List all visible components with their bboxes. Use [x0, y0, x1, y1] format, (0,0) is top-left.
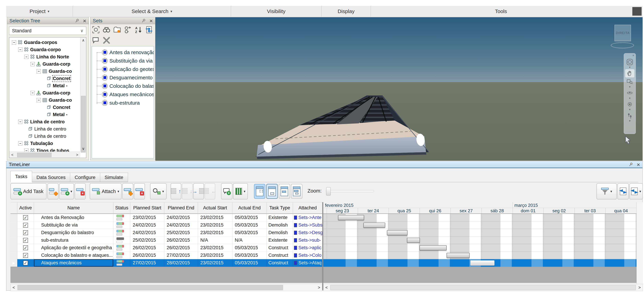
look-around-icon[interactable] — [625, 100, 634, 108]
scrollbar-thumb[interactable] — [17, 153, 52, 157]
active-checkbox[interactable]: ✓ — [23, 245, 28, 250]
export-options-button[interactable]: ▾ — [630, 183, 643, 199]
column-header-active[interactable]: Active — [17, 202, 34, 214]
scroll-left-icon[interactable]: < — [9, 153, 16, 157]
active-checkbox[interactable]: ✓ — [23, 223, 28, 228]
chevron-down-icon[interactable]: ▾ — [629, 86, 630, 89]
tree-node[interactable]: Linha de centro — [9, 125, 86, 132]
active-checkbox[interactable]: ✓ — [23, 260, 28, 265]
tree-node[interactable]: Metal - — [9, 111, 86, 118]
zoom-slider-thumb[interactable] — [326, 187, 331, 196]
tree-node[interactable]: −Linha do Norte — [9, 53, 86, 60]
delete-task-button[interactable]: × — [74, 183, 86, 199]
close-icon[interactable]: × — [83, 19, 86, 23]
list-item[interactable]: Colocação do balastro — [92, 82, 154, 90]
list-item[interactable]: sub-estrutura — [92, 99, 154, 107]
attached-link[interactable]: Sets->Colo — [298, 253, 322, 258]
tree-node[interactable]: −Guarda-corpos — [9, 39, 86, 46]
column-header-actual-end[interactable]: Actual End — [232, 202, 267, 214]
view-tasks-only-button[interactable] — [254, 184, 265, 199]
tree-node[interactable]: −Tubulação — [9, 140, 86, 147]
find-icon[interactable] — [103, 26, 110, 34]
columns-button[interactable]: ▾ — [233, 183, 248, 199]
pin-icon[interactable] — [142, 19, 146, 23]
table-row-selected[interactable]: ▶ ✓ Ataques mecânicos 27/02/2015 28/02/2… — [10, 259, 322, 267]
collapse-icon[interactable]: − — [18, 48, 22, 52]
column-header-status[interactable]: Status — [113, 202, 130, 214]
gantt-chart[interactable]: fevereiro 2015 março 2015 seg 23 ter 24 … — [323, 202, 636, 283]
walk-tool-icon[interactable] — [625, 111, 634, 120]
list-item[interactable]: Substituição da via — [92, 57, 154, 65]
attached-link[interactable]: Sets->sub- — [298, 238, 321, 243]
collapse-icon[interactable]: − — [37, 98, 41, 102]
tree-node[interactable]: Concret — [9, 75, 86, 82]
manage-sets-icon[interactable] — [113, 26, 121, 34]
menu-display[interactable]: Display — [322, 6, 371, 17]
table-row[interactable]: ✓ Desguarnição do balastro 24/02/2015 25… — [10, 229, 322, 236]
window-control-block[interactable] — [632, 7, 642, 16]
export-schedule-button[interactable] — [618, 183, 629, 199]
navigation-wheel-icon[interactable] — [625, 58, 634, 66]
tab-tasks[interactable]: Tasks — [10, 171, 32, 182]
table-row[interactable]: ✓ Antes da Renovação 23/02/2015 24/02/20… — [10, 214, 322, 221]
insert-task-button[interactable] — [48, 183, 58, 199]
pan-tool-icon[interactable] — [625, 69, 634, 77]
chevron-down-icon[interactable]: ▾ — [629, 108, 630, 111]
move-up-button[interactable]: ↑ — [171, 183, 181, 199]
attach-button[interactable]: Attach▾ — [90, 183, 122, 199]
gantt-bar-task-5[interactable] — [420, 245, 446, 250]
active-checkbox[interactable]: ✓ — [23, 238, 28, 243]
clear-attachment-button[interactable]: × — [134, 183, 145, 199]
close-icon[interactable]: × — [150, 19, 153, 23]
scroll-down-icon[interactable]: ∨ — [80, 146, 86, 151]
scroll-up-icon[interactable]: ∧ — [80, 38, 86, 43]
scroll-right-icon[interactable]: > — [636, 285, 643, 290]
attached-link[interactable]: Sets->aplic — [298, 245, 322, 250]
tab-configure[interactable]: Configure — [70, 173, 100, 182]
list-item[interactable]: aplicação do geotextil — [92, 65, 154, 73]
tree-node[interactable]: Metal - — [9, 82, 86, 89]
gantt-bar-task-4[interactable] — [407, 238, 420, 243]
menu-project[interactable]: Project▾ — [6, 6, 73, 17]
gantt-bar-task-1[interactable] — [338, 215, 364, 220]
railway-model[interactable] — [156, 17, 643, 161]
attached-link[interactable]: Sets->Desg — [298, 230, 322, 235]
import-export-icon[interactable] — [145, 26, 153, 34]
orbit-tool-icon[interactable] — [625, 89, 634, 97]
menu-visibility[interactable]: Visibility — [231, 6, 322, 17]
chevron-down-icon[interactable]: ▾ — [629, 66, 630, 69]
gantt-body[interactable] — [323, 214, 636, 283]
tab-data-sources[interactable]: Data Sources — [32, 173, 70, 182]
active-checkbox[interactable]: ✓ — [23, 215, 28, 220]
zoom-tool-icon[interactable] — [625, 77, 634, 86]
view-split-button[interactable] — [279, 184, 290, 199]
tree-node[interactable]: −Guarda-co — [9, 96, 86, 104]
gantt-vertical-scroll-track[interactable] — [636, 202, 643, 290]
selection-tree-titlebar[interactable]: Selection Tree × — [7, 17, 89, 24]
active-checkbox[interactable]: ✓ — [23, 253, 28, 258]
collapse-icon[interactable]: − — [18, 120, 22, 124]
collapse-icon[interactable]: − — [24, 55, 28, 59]
chevron-down-icon[interactable]: ▾ — [629, 120, 630, 123]
menu-select-search[interactable]: Select & Search▾ — [73, 6, 231, 17]
gantt-bar-task-7[interactable] — [470, 260, 494, 265]
gantt-bar-task-2[interactable] — [364, 223, 385, 228]
tree-mode-dropdown[interactable]: Standard ∨ — [9, 27, 86, 35]
view-gantt-bottom-button[interactable] — [266, 184, 278, 199]
scroll-right-icon[interactable]: > — [316, 285, 322, 290]
tree-node[interactable]: −Guarda-corp — [9, 89, 86, 96]
column-header-planned-end[interactable]: Planned End — [164, 202, 198, 214]
chevron-down-icon[interactable]: ▾ — [629, 97, 630, 100]
scroll-left-icon[interactable]: < — [324, 285, 330, 290]
tree-node[interactable]: −Guarda-corp — [9, 60, 86, 68]
tree-horizontal-scrollbar[interactable]: < > — [9, 152, 80, 158]
table-row[interactable]: ✓ Subtituição de via 24/02/2015 24/02/20… — [10, 221, 322, 229]
delete-icon[interactable] — [103, 37, 110, 44]
find-items-button[interactable]: ▾ — [150, 183, 166, 199]
tree-node[interactable]: −Guarda-co — [9, 68, 86, 75]
tree-node[interactable]: −Linha de centro — [9, 118, 86, 125]
column-header-task-type[interactable]: Task Type — [267, 202, 293, 214]
tree-node[interactable]: Linha de centro — [9, 132, 86, 140]
add-comment-button[interactable]: + — [221, 183, 232, 199]
collapse-icon[interactable]: − — [30, 62, 35, 66]
